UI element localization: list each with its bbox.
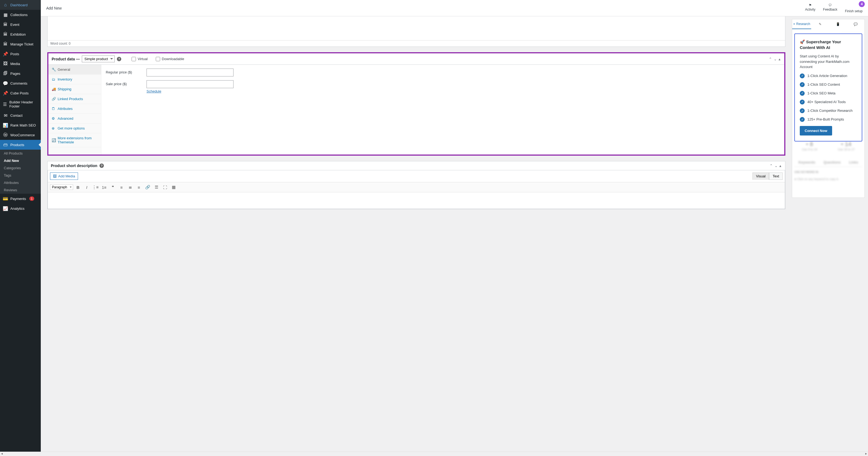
feedback-icon: 🗩 [829,3,832,7]
write-tab[interactable]: ✎ [811,19,829,29]
align-right-button[interactable]: ≡ [135,183,143,191]
check-icon: ✓ [800,91,805,96]
sidebar-dashboard[interactable]: ⌂Dashboard [0,0,41,10]
dashboard-icon: ⌂ [3,2,8,8]
panel-toggle-icon[interactable]: ▴ [778,57,781,61]
truck-icon: 🚚 [52,87,56,91]
check-icon: ✓ [800,117,805,122]
sidebar-rank-math-seo[interactable]: 📊Rank Math SEO [0,120,41,130]
check-icon: ✓ [800,108,805,113]
link-button[interactable]: 🔗 [144,183,151,191]
activity-button[interactable]: ⚑ Activity [805,3,815,13]
payments-badge: 1 [29,196,34,201]
ul-button[interactable]: ⋮≡ [92,183,99,191]
sidebar-manage-ticket[interactable]: 🏛Manage Ticket [0,39,41,49]
tab-advanced[interactable]: ⚙Advanced [49,114,101,123]
product-data-panel: Product data — Simple product ? Virtual … [47,52,785,155]
chat-icon: 💬 [854,22,858,26]
submenu-attributes[interactable]: Attributes [0,179,41,187]
downloadable-checkbox[interactable]: Downloadable [156,57,184,61]
panel-down-icon[interactable]: ⌄ [774,164,778,168]
product-type-select[interactable]: Simple product [82,56,115,62]
sidebar-exhibition[interactable]: 🏛Exhibition [0,29,41,39]
tab-shipping[interactable]: 🚚Shipping [49,84,101,94]
visual-tab[interactable]: Visual [752,172,769,180]
submenu-tags[interactable]: Tags [0,172,41,179]
connect-now-button[interactable]: Connect Now [800,126,832,136]
sidebar-analytics[interactable]: 📈Analytics [0,203,41,213]
sidebar-pages[interactable]: 🗐Pages [0,68,41,78]
sidebar-builder-header-footer[interactable]: ☰Builder Header Footer [0,98,41,111]
help-icon[interactable]: ? [117,57,121,61]
editor-toolbar: Paragraph B I ⋮≡ 1≡ ❝ ≡ ≣ ≡ 🔗 ☰ ⛶ [48,182,785,192]
exhibition-icon: 🏛 [3,32,8,37]
products-submenu: All Products Add New Categories Tags Att… [0,150,41,194]
tab-get-more-options[interactable]: ⊕Get more options [49,123,101,133]
sidebar-media[interactable]: 🖾Media [0,59,41,68]
ol-button[interactable]: 1≡ [100,183,108,191]
event-icon: 🏛 [3,22,8,27]
align-center-button[interactable]: ≣ [126,183,134,191]
add-media-button[interactable]: 🖼Add Media [50,172,78,180]
panel-up-icon[interactable]: ⌃ [768,57,773,61]
wrench-icon: 🔧 [52,67,56,72]
research-tab[interactable]: ⌖Research [792,19,811,29]
chat-tab[interactable]: 💬 [847,19,865,29]
product-data-tabs: 🔧General 🗂Inventory 🚚Shipping 🔗Linked Pr… [49,65,101,154]
tab-more-extensions[interactable]: 🔄More extensions from Themeisle [49,133,101,147]
submenu-reviews[interactable]: Reviews [0,187,41,194]
sidebar-cube-posts[interactable]: 📌Cube Posts [0,88,41,98]
sidebar-woocommerce[interactable]: ⓦWooCommerce [0,130,41,140]
panel-toggle-icon[interactable]: ▴ [779,164,782,168]
sidebar-comments[interactable]: 💬Comments [0,78,41,88]
editor-canvas[interactable] [48,16,785,40]
sidebar-payments[interactable]: 💳Payments1 [0,194,41,203]
submenu-add-new[interactable]: Add New [0,157,41,164]
sidebar-contact[interactable]: ✉Contact [0,111,41,120]
link-icon: 🔗 [52,97,56,101]
payments-icon: 💳 [3,196,8,201]
sidebar-collections[interactable]: ▦Collections [0,10,41,20]
ai-popup-subtitle: Start using Content AI by connecting you… [800,54,857,70]
submenu-all-products[interactable]: All Products [0,150,41,157]
finish-badge: 4 [859,1,865,7]
ai-popup: 🚀 Supercharge Your Content With AI Start… [794,33,862,141]
panel-up-icon[interactable]: ⌃ [769,164,773,168]
word-count: Word count: 0 [48,40,785,47]
sidebar-products[interactable]: 🗃Products [0,140,41,150]
panel-down-icon[interactable]: ⌄ [773,57,777,61]
format-select[interactable]: Paragraph [50,184,73,190]
mail-icon: ✉ [3,113,8,118]
sidebar-event[interactable]: 🏛Event [0,20,41,29]
tab-inventory[interactable]: 🗂Inventory [49,75,101,84]
collections-icon: ▦ [3,12,8,18]
regular-price-input[interactable] [147,68,234,77]
short-desc-editor[interactable] [48,192,785,209]
phone-icon: 📱 [836,22,840,26]
tab-general[interactable]: 🔧General [49,65,101,75]
ai-feature: ✓125+ Pre-Built Prompts [800,117,857,122]
schedule-link[interactable]: Schedule [147,89,161,93]
text-tab[interactable]: Text [769,172,783,180]
phone-tab[interactable]: 📱 [829,19,847,29]
quote-button[interactable]: ❝ [109,183,117,191]
submenu-categories[interactable]: Categories [0,164,41,172]
bold-button[interactable]: B [74,183,82,191]
pin-icon: 📌 [3,51,8,57]
toolbar-toggle-button[interactable]: ▦ [170,183,178,191]
align-left-button[interactable]: ≡ [118,183,125,191]
finish-setup-button[interactable]: 4 Finish setup [845,3,863,13]
tab-linked-products[interactable]: 🔗Linked Products [49,94,101,104]
italic-button[interactable]: I [83,183,91,191]
fullscreen-button[interactable]: ⛶ [161,183,169,191]
ai-feature: ✓1-Click Competitor Research [800,108,857,113]
more-button[interactable]: ☰ [153,183,160,191]
help-icon[interactable]: ? [99,164,104,168]
horizontal-scrollbar[interactable] [0,452,868,456]
sale-price-input[interactable] [147,80,234,88]
sidebar-posts[interactable]: 📌Posts [0,49,41,59]
virtual-checkbox[interactable]: Virtual [131,57,148,61]
feedback-button[interactable]: 🗩 Feedback [823,3,838,13]
tab-attributes[interactable]: 🗒Attributes [49,104,101,114]
attributes-icon: 🗒 [52,107,56,111]
